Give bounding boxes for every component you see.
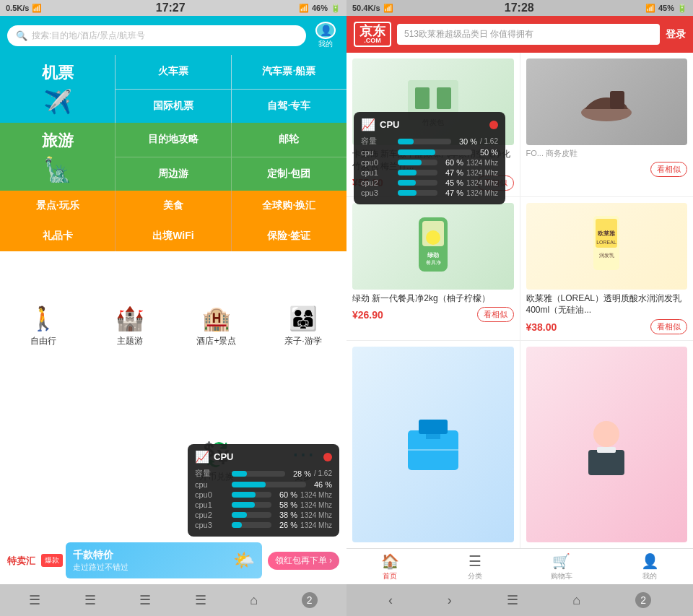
- nav-my[interactable]: 👤 我的: [641, 552, 659, 581]
- category-icon: ☰: [468, 552, 481, 570]
- jd-header: 京东 .COM 513欧莱雅超级品类日 你值得拥有 登录: [346, 16, 693, 53]
- search-input[interactable]: 🔍 搜索:目的地/酒店/景点/航班号: [7, 25, 306, 46]
- green-nav-grid: 旅游 🗽 目的地攻略 邮轮 周边游 定制·包团: [0, 123, 346, 191]
- free-travel-button[interactable]: 🚶 自由行: [0, 259, 87, 394]
- global-shopping-button[interactable]: 全球购·换汇: [232, 191, 346, 221]
- cart-icon: 🛒: [552, 552, 570, 570]
- nearby-tour-button[interactable]: 周边游: [116, 157, 230, 191]
- cpu-graph-icon-right: 📈: [361, 118, 375, 131]
- svg-point-20: [593, 421, 619, 447]
- destination-guide-button[interactable]: 目的地攻略: [116, 123, 230, 157]
- hotel-attractions-button[interactable]: 🏨 酒店+景点: [173, 259, 260, 394]
- jd-search-input[interactable]: 513欧莱雅超级品类日 你值得拥有: [397, 24, 660, 45]
- badge-2: 2: [302, 592, 318, 608]
- left-status-bar: 0.5K/s 📶 17:27 📶 46% 🔋: [0, 0, 346, 16]
- home-hw-icon[interactable]: ⌂: [572, 593, 580, 608]
- travel-button[interactable]: 旅游 🗽: [0, 123, 115, 191]
- intl-flights-button[interactable]: 国际机票: [116, 90, 230, 123]
- product-card-5[interactable]: [520, 341, 694, 548]
- phone-right: 50.4K/s 📶 17:28 📶 45% 🔋 京东 .COM 513欧莱雅超级…: [346, 0, 693, 616]
- overseas-wifi-button[interactable]: 出境WiFi: [116, 221, 230, 251]
- left-search-bar: 🔍 搜索:目的地/酒店/景点/航班号 👤 我的: [0, 16, 346, 55]
- right-bottom-nav: 🏠 首页 ☰ 分类 🛒 购物车 👤 我的: [346, 548, 693, 584]
- login-button[interactable]: 登录: [666, 28, 686, 41]
- right-hardware-nav: ‹ › ☰ ⌂ 2: [346, 584, 693, 616]
- badge-2-right: 2: [635, 592, 651, 608]
- menu-icon[interactable]: ☰: [507, 592, 518, 608]
- flights-button[interactable]: 机票 ✈️: [0, 55, 115, 123]
- svg-text:LOREAL: LOREAL: [596, 240, 616, 245]
- deal-section: 特卖汇 爆款 千款特价 走过路过不错过 🌤️ 领红包再下单 ›: [0, 537, 346, 584]
- hamburger-icon-1[interactable]: ☰: [29, 592, 40, 608]
- cpu-widget-right[interactable]: 📈 CPU 容量 30 % / 1.62 cpu 50 % cpu0 6: [354, 112, 505, 204]
- bus-boat-button[interactable]: 汽车票·船票: [232, 55, 346, 89]
- svg-rect-5: [610, 91, 624, 109]
- cruise-button[interactable]: 邮轮: [232, 123, 346, 157]
- coupon-button[interactable]: 领红包再下单 ›: [268, 552, 339, 570]
- product-card-4[interactable]: [346, 341, 520, 548]
- nav-home[interactable]: 🏠 首页: [381, 552, 399, 581]
- my-button[interactable]: 👤 我的: [312, 22, 339, 49]
- phone-left: 0.5K/s 📶 17:27 📶 46% 🔋 🔍 搜索:目的地/酒店/景点/航班…: [0, 0, 346, 616]
- cpu-capacity-bar: [232, 471, 285, 477]
- train-button[interactable]: 火车票: [116, 55, 230, 89]
- cpu-record-button-right[interactable]: [489, 121, 498, 129]
- home-icon[interactable]: ⌂: [250, 593, 258, 608]
- nav-cart[interactable]: 🛒 购物车: [551, 552, 572, 581]
- cpu-record-button[interactable]: [323, 453, 332, 461]
- gift-card-button[interactable]: 礼品卡: [0, 221, 115, 251]
- orange-row2: 礼品卡 出境WiFi 保险·签证: [0, 221, 346, 251]
- right-status-time: 17:28: [505, 1, 534, 14]
- svg-rect-2: [437, 87, 451, 109]
- insurance-visa-button[interactable]: 保险·签证: [232, 221, 346, 251]
- attractions-button[interactable]: 景点·玩乐: [0, 191, 115, 221]
- food-button[interactable]: 美食: [116, 191, 230, 221]
- left-status-time: 17:27: [156, 1, 186, 14]
- my-icon: 👤: [641, 552, 659, 570]
- product-card-1[interactable]: FO... 商务皮鞋 看相似: [520, 53, 694, 196]
- cpu-graph-icon: 📈: [195, 450, 209, 464]
- hamburger-icon-4[interactable]: ☰: [195, 592, 206, 608]
- deal-logo: 特卖汇: [7, 554, 35, 568]
- theme-tour-button[interactable]: 🏰 主题游: [87, 259, 173, 394]
- family-study-button[interactable]: 👨‍👩‍👧 亲子·游学: [260, 259, 346, 394]
- jd-logo: 京东 .COM: [354, 22, 391, 47]
- home-icon: 🏠: [381, 552, 399, 570]
- product-card-3[interactable]: 欧莱雅 LOREAL 润发乳 欧莱雅（LOREAL）透明质酸水润润发乳400ml…: [520, 197, 694, 341]
- look-similar-3[interactable]: 看相似: [650, 319, 687, 334]
- hamburger-icon-2[interactable]: ☰: [84, 592, 96, 608]
- svg-rect-21: [588, 450, 624, 475]
- nav-category[interactable]: ☰ 分类: [468, 552, 482, 581]
- look-similar-2[interactable]: 看相似: [477, 307, 514, 322]
- svg-point-8: [426, 230, 440, 245]
- look-similar-1[interactable]: 看相似: [650, 162, 687, 177]
- forward-icon[interactable]: ›: [448, 593, 452, 608]
- svg-rect-22: [597, 447, 616, 453]
- deal-banner[interactable]: 千款特价 走过路过不错过 🌤️: [66, 542, 262, 578]
- left-status-left: 0.5K/s 📶: [6, 4, 42, 13]
- left-bottom-nav: ☰ ☰ ☰ ☰ ⌂ 2: [0, 584, 346, 616]
- svg-rect-1: [415, 87, 430, 109]
- hamburger-icon-3[interactable]: ☰: [139, 592, 151, 608]
- custom-group-button[interactable]: 定制·包团: [232, 157, 346, 191]
- svg-text:餐具净: 餐具净: [425, 260, 440, 266]
- blue-nav-grid: 机票 ✈️ 火车票 汽车票·船票 国际机票 自驾·专车: [0, 55, 346, 123]
- product-card-2[interactable]: 绿劲 餐具净 绿劲 新一代餐具净2kg（柚子柠檬） ¥26.90 看相似: [346, 197, 520, 341]
- back-icon[interactable]: ‹: [388, 593, 393, 608]
- cpu-widget-left[interactable]: 📈 CPU 容量 28 % / 1.62 cpu 46 % cpu0 6: [188, 444, 339, 537]
- right-status-bar: 50.4K/s 📶 17:28 📶 45% 🔋: [346, 0, 693, 16]
- svg-text:润发乳: 润发乳: [599, 253, 614, 258]
- self-drive-button[interactable]: 自驾·专车: [232, 90, 346, 123]
- orange-row1: 景点·玩乐 美食 全球购·换汇: [0, 191, 346, 221]
- hot-badge: 爆款: [41, 554, 63, 567]
- cpu-bar: [232, 482, 306, 487]
- svg-text:欧莱雅: 欧莱雅: [598, 230, 616, 237]
- svg-rect-18: [426, 430, 440, 439]
- left-status-right: 📶 46% 🔋: [299, 4, 341, 13]
- svg-text:绿劲: 绿劲: [427, 252, 439, 259]
